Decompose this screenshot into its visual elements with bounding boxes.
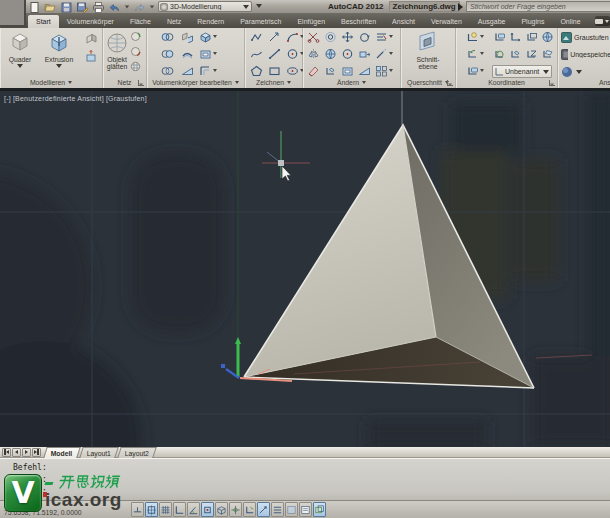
ribbon-minimize-icon[interactable] xyxy=(595,16,610,26)
status-toggle-ortho-mode-icon[interactable] xyxy=(173,502,186,517)
viewport-controls-label[interactable]: [-] [Benutzerdefinierte Ansicht] [Graust… xyxy=(4,95,147,102)
last-tab-icon[interactable] xyxy=(32,448,41,457)
netz-mehr-glaetten-icon[interactable] xyxy=(129,30,143,43)
layout-tab-layout1[interactable]: Layout1 xyxy=(79,447,119,458)
ribbon-tab-online[interactable]: Online xyxy=(552,15,588,28)
ucsWorld-icon-graphic[interactable] xyxy=(541,31,554,43)
dropdown-icon[interactable] xyxy=(362,81,366,84)
nav-stop-glyph[interactable] xyxy=(37,449,39,455)
new-file-icon[interactable] xyxy=(28,2,41,13)
search-input[interactable]: Stichwort oder Frage eingeben xyxy=(466,1,610,12)
redo-dropdown-icon[interactable] xyxy=(150,6,154,9)
netz-verfeinern-icon-graphic[interactable] xyxy=(130,61,142,72)
status-toggle-3d-object-snap-icon[interactable] xyxy=(215,502,228,517)
visual-style-dropdown[interactable]: Graustufen xyxy=(561,31,610,44)
ucsPrev-icon-graphic[interactable] xyxy=(493,48,506,60)
thicken-icon-graphic[interactable] xyxy=(181,48,194,60)
workspace-switcher[interactable]: 3D-Modellierung xyxy=(158,1,252,12)
status-toggle-infer-constraints-icon-graphic[interactable] xyxy=(132,504,143,516)
status-toggle-transparency-icon-graphic[interactable] xyxy=(286,504,297,516)
spline-icon[interactable] xyxy=(249,47,263,60)
layout-tab-layout2[interactable]: Layout2 xyxy=(117,447,157,458)
layout-tab-layout2-text[interactable]: Layout2 xyxy=(124,448,148,459)
status-toggle-3d-object-snap-icon-graphic[interactable] xyxy=(216,504,227,516)
ucsObj-icon[interactable] xyxy=(508,47,522,60)
ray-icon-graphic[interactable] xyxy=(268,31,281,43)
extend-icon[interactable] xyxy=(374,47,388,60)
circles2-icon-graphic[interactable] xyxy=(161,31,174,43)
status-toggle-lineweight-icon[interactable] xyxy=(271,502,284,517)
circle-icon[interactable] xyxy=(285,47,299,60)
dropdown-icon[interactable] xyxy=(235,81,239,84)
ucsView-icon-graphic[interactable] xyxy=(525,31,538,43)
next-arrow-glyph[interactable] xyxy=(25,450,28,454)
ribbon-tab-fl-che[interactable]: Fläche xyxy=(122,15,159,28)
stretch-icon-graphic[interactable] xyxy=(358,48,371,60)
status-toggle-selection-cycling-icon-graphic[interactable] xyxy=(314,504,325,516)
polygon-icon[interactable] xyxy=(249,64,263,77)
layout-tab-layout1-text[interactable]: Layout1 xyxy=(86,448,110,459)
ribbon-tab-parametrisch[interactable]: Parametrisch xyxy=(232,15,289,28)
extend-icon-graphic[interactable] xyxy=(375,48,388,60)
panel-label-querschnitt-text[interactable]: Querschnitt xyxy=(407,79,442,86)
ucsLight-icon-graphic[interactable] xyxy=(466,31,479,43)
presspull-icon-graphic[interactable] xyxy=(85,50,98,62)
pline-icon-graphic[interactable] xyxy=(250,31,263,43)
ucsWorld-icon[interactable] xyxy=(540,30,554,43)
erase-icon[interactable] xyxy=(306,64,320,77)
objekt-glaetten-button[interactable]: Objekt glätten xyxy=(104,30,130,70)
status-toggle-infer-constraints-icon[interactable] xyxy=(131,502,144,517)
status-toggle-object-snap-icon-graphic[interactable] xyxy=(202,504,213,516)
rect-icon[interactable] xyxy=(267,64,281,77)
status-toggle-dynamic-input-icon-graphic[interactable] xyxy=(258,504,269,516)
ribbon-tab-beschriften[interactable]: Beschriften xyxy=(333,15,384,28)
slice-icon[interactable] xyxy=(180,30,194,43)
netz-weniger-glaetten-icon[interactable] xyxy=(129,45,143,58)
status-toggle-polar-tracking-icon[interactable] xyxy=(187,502,200,517)
ucsWorld-icon-graphic[interactable] xyxy=(324,48,337,60)
netz-dialog-launcher-icon[interactable] xyxy=(138,80,144,86)
prev-arrow-glyph[interactable] xyxy=(15,450,18,454)
status-toggle-grid-display-icon-graphic[interactable] xyxy=(160,504,171,516)
rotate-icon-graphic[interactable] xyxy=(358,31,371,43)
extrusion-dropdown-icon[interactable] xyxy=(56,64,62,68)
circles2c-icon[interactable] xyxy=(160,64,174,77)
shell-icon[interactable] xyxy=(198,47,212,60)
shell-icon-graphic[interactable] xyxy=(341,65,354,77)
status-toggle-object-snap-icon[interactable] xyxy=(201,502,214,517)
minimize-dot-glyph[interactable] xyxy=(595,19,603,24)
next-tab-icon[interactable] xyxy=(22,448,31,457)
panel-label-koordinaten[interactable]: Koordinaten xyxy=(456,78,557,87)
panel-label-volumenkoerper[interactable]: Volumenkörper bearbeiten xyxy=(147,78,244,87)
undo-icon[interactable] xyxy=(108,2,121,13)
trim-icon-graphic[interactable] xyxy=(375,31,388,43)
wedge-icon-graphic[interactable] xyxy=(358,65,371,77)
polysolid-icon[interactable] xyxy=(83,31,100,46)
koordinaten-dialog-launcher-icon[interactable] xyxy=(549,80,555,86)
pline-icon[interactable] xyxy=(249,30,263,43)
panel-label-zeichnen[interactable]: Zeichnen xyxy=(245,78,302,87)
circle-icon[interactable] xyxy=(340,47,354,60)
panel-label-aendern-text[interactable]: Ändern xyxy=(337,79,359,86)
arc-icon-graphic[interactable] xyxy=(286,31,299,43)
undo-dropdown-icon[interactable] xyxy=(125,6,129,9)
scissors-icon-graphic[interactable] xyxy=(307,31,320,43)
schnittebene-button-graphic[interactable] xyxy=(414,30,442,54)
ucsRot-dropdown-icon[interactable] xyxy=(480,52,484,55)
ribbon-tab-volumenk-rper[interactable]: Volumenkörper xyxy=(59,15,122,28)
box3d-icon-graphic[interactable] xyxy=(199,31,212,43)
circle-icon-graphic[interactable] xyxy=(341,48,354,60)
render-style-dropdown[interactable] xyxy=(561,65,585,78)
ucsWorld-icon[interactable] xyxy=(323,47,337,60)
panel-label-volumenkoerper-text[interactable]: Volumenkörper bearbeiten xyxy=(152,79,232,86)
panel-label-koordinaten-text[interactable]: Koordinaten xyxy=(488,79,525,86)
shell-icon-graphic[interactable] xyxy=(199,48,212,60)
move-icon[interactable] xyxy=(340,30,354,43)
circle-icon-graphic[interactable] xyxy=(286,48,299,60)
netz-verfeinern-icon[interactable] xyxy=(129,60,143,73)
panel-label-zeichnen-text[interactable]: Zeichnen xyxy=(256,79,284,86)
ucsObj-icon[interactable] xyxy=(323,64,337,77)
line-icon[interactable] xyxy=(267,47,281,60)
panel-label-ansicht[interactable]: Ansicht xyxy=(558,78,610,87)
ucsOrig-icon-graphic[interactable] xyxy=(466,65,479,77)
